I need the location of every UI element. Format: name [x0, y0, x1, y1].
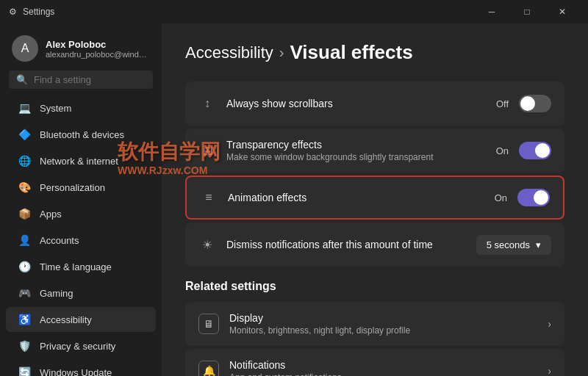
- sidebar-item-system[interactable]: 💻 System: [6, 95, 156, 120]
- privacy-icon: 🛡️: [18, 339, 31, 352]
- sidebar-item-network[interactable]: 🌐 Network & internet: [6, 148, 156, 173]
- sidebar: A Alex Poloboc alexandru_poloboc@windows…: [0, 24, 162, 376]
- transparency-title: Transparency effects: [226, 139, 433, 151]
- notifications-dropdown[interactable]: 5 seconds ▾: [476, 235, 551, 255]
- sidebar-item-label: Accessibility: [40, 314, 92, 325]
- user-email: alexandru_poloboc@windowsreport...: [46, 50, 148, 59]
- scrollbars-row-right: Off: [496, 95, 551, 112]
- chevron-down-icon: ▾: [536, 239, 541, 250]
- animation-icon: ≡: [200, 189, 218, 206]
- display-related-row[interactable]: 🖥 Display Monitors, brightness, night li…: [185, 302, 564, 346]
- scrollbars-toggle[interactable]: [519, 95, 551, 112]
- animation-text: Animation effects: [228, 192, 306, 203]
- apps-icon: 📦: [18, 207, 31, 220]
- dismiss-notifications-row: ☀ Dismiss notifications after this amoun…: [185, 223, 564, 267]
- sidebar-item-label: Personalization: [40, 182, 105, 193]
- sidebar-item-label: Apps: [40, 209, 62, 220]
- transparency-row-right: On: [496, 142, 551, 159]
- animation-state-label: On: [495, 192, 507, 203]
- animation-row: ≡ Animation effects On: [185, 176, 564, 220]
- breadcrumb-current: Visual effects: [290, 41, 412, 64]
- breadcrumb-separator: ›: [279, 44, 284, 61]
- notifications-row-left: 🔔 Notifications App and system notificat…: [198, 359, 342, 376]
- maximize-button[interactable]: □: [510, 0, 544, 24]
- sidebar-item-accounts[interactable]: 👤 Accounts: [6, 228, 156, 253]
- content-area: Accessibility › Visual effects ↕ Always …: [162, 24, 588, 376]
- sidebar-item-label: Privacy & security: [40, 341, 115, 352]
- dismiss-row-left: ☀ Dismiss notifications after this amoun…: [198, 236, 433, 253]
- dismiss-title: Dismiss notifications after this amount …: [226, 239, 433, 250]
- sidebar-item-label: Network & internet: [40, 156, 118, 167]
- transparency-toggle[interactable]: [519, 142, 551, 159]
- dismiss-row-right: 5 seconds ▾: [476, 235, 551, 255]
- dropdown-value: 5 seconds: [487, 239, 530, 250]
- search-box[interactable]: 🔍: [9, 70, 153, 89]
- animation-row-left: ≡ Animation effects: [200, 189, 306, 206]
- transparency-row: ⊞ Transparency effects Make some window …: [185, 129, 564, 173]
- display-text: Display Monitors, brightness, night ligh…: [229, 312, 410, 336]
- breadcrumb-parent[interactable]: Accessibility: [185, 43, 273, 62]
- sidebar-item-time[interactable]: 🕐 Time & language: [6, 254, 156, 279]
- system-icon: 💻: [18, 101, 31, 115]
- scrollbars-row-left: ↕ Always show scrollbars: [198, 95, 333, 112]
- sidebar-item-label: Windows Update: [40, 367, 112, 377]
- bluetooth-icon: 🔷: [18, 128, 31, 141]
- related-settings-title: Related settings: [185, 280, 564, 293]
- animation-toggle-thumb: [534, 190, 548, 205]
- display-title: Display: [229, 312, 410, 324]
- transparency-text: Transparency effects Make some window ba…: [226, 139, 433, 162]
- sidebar-item-privacy[interactable]: 🛡️ Privacy & security: [6, 333, 156, 358]
- transparency-toggle-thumb: [535, 143, 550, 158]
- gaming-icon: 🎮: [18, 286, 31, 300]
- search-input[interactable]: [34, 74, 146, 85]
- transparency-subtitle: Make some window backgrounds slightly tr…: [226, 152, 433, 162]
- settings-icon: ⚙: [9, 7, 17, 17]
- time-icon: 🕐: [18, 260, 31, 273]
- sidebar-item-apps[interactable]: 📦 Apps: [6, 201, 156, 226]
- display-subtitle: Monitors, brightness, night light, displ…: [229, 325, 410, 336]
- notifications-title: Notifications: [229, 359, 342, 371]
- sidebar-item-label: Bluetooth & devices: [40, 129, 124, 140]
- sidebar-item-label: System: [40, 103, 71, 114]
- dismiss-icon: ☀: [198, 236, 216, 253]
- notifications-chevron-right-icon: ›: [548, 365, 551, 376]
- update-icon: 🔄: [18, 366, 31, 376]
- accounts-icon: 👤: [18, 234, 31, 247]
- sidebar-item-accessibility[interactable]: ♿ Accessibility: [6, 307, 156, 332]
- display-row-left: 🖥 Display Monitors, brightness, night li…: [198, 312, 410, 336]
- sidebar-item-label: Gaming: [40, 288, 74, 299]
- display-chevron-right-icon: ›: [548, 318, 551, 330]
- display-icon: 🖥: [198, 314, 219, 334]
- notifications-icon: 🔔: [198, 361, 219, 376]
- sidebar-item-update[interactable]: 🔄 Windows Update: [6, 360, 156, 376]
- scrollbars-state-label: Off: [496, 98, 509, 109]
- sidebar-item-gaming[interactable]: 🎮 Gaming: [6, 281, 156, 306]
- title-bar: ⚙ Settings ─ □ ✕: [0, 0, 588, 24]
- sidebar-item-personalization[interactable]: 🎨 Personalization: [6, 175, 156, 200]
- network-icon: 🌐: [18, 154, 31, 167]
- notifications-subtitle: App and system notifications: [229, 372, 342, 376]
- scrollbars-title: Always show scrollbars: [226, 98, 333, 109]
- close-button[interactable]: ✕: [545, 0, 579, 24]
- transparency-row-left: ⊞ Transparency effects Make some window …: [198, 139, 433, 162]
- user-name: Alex Poloboc: [46, 39, 148, 50]
- minimize-button[interactable]: ─: [475, 0, 509, 24]
- title-bar-left: ⚙ Settings: [9, 7, 54, 17]
- app-body: A Alex Poloboc alexandru_poloboc@windows…: [0, 24, 588, 376]
- user-info[interactable]: A Alex Poloboc alexandru_poloboc@windows…: [0, 29, 162, 70]
- sidebar-item-bluetooth[interactable]: 🔷 Bluetooth & devices: [6, 122, 156, 147]
- dismiss-text: Dismiss notifications after this amount …: [226, 239, 433, 250]
- scrollbars-text: Always show scrollbars: [226, 98, 333, 109]
- notifications-text: Notifications App and system notificatio…: [229, 359, 342, 376]
- personalization-icon: 🎨: [18, 181, 31, 194]
- avatar: A: [12, 35, 38, 62]
- notifications-related-row[interactable]: 🔔 Notifications App and system notificat…: [185, 349, 564, 376]
- transparency-state-label: On: [496, 145, 509, 156]
- breadcrumb: Accessibility › Visual effects: [185, 41, 564, 64]
- accessibility-icon: ♿: [18, 313, 31, 326]
- title-bar-controls: ─ □ ✕: [475, 0, 579, 24]
- animation-toggle[interactable]: [517, 189, 550, 206]
- scrollbars-toggle-thumb: [520, 96, 535, 111]
- scrollbars-row: ↕ Always show scrollbars Off: [185, 82, 564, 126]
- transparency-icon: ⊞: [198, 142, 216, 159]
